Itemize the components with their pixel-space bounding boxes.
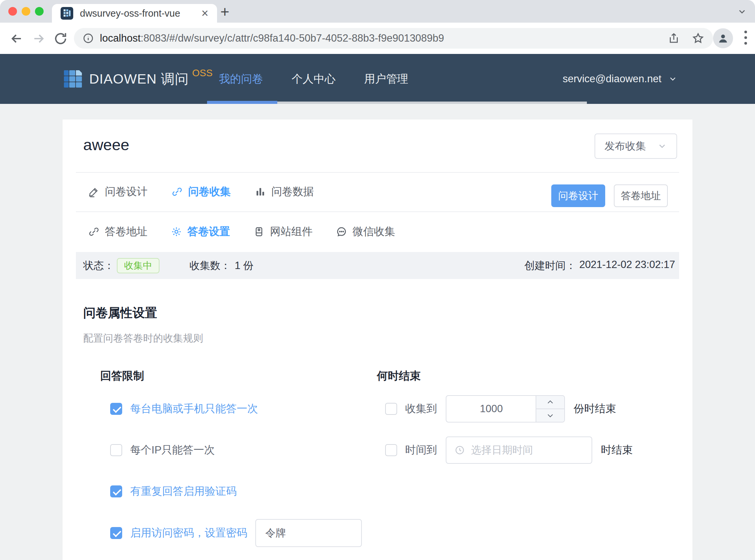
zoom-window-button[interactable] bbox=[35, 7, 44, 16]
datetime-placeholder: 选择日期时间 bbox=[471, 443, 533, 457]
limit-row-password: 启用访问密码，设置密码 bbox=[110, 519, 362, 547]
clock-icon bbox=[454, 445, 465, 456]
section-description: 配置问卷答卷时的收集规则 bbox=[83, 332, 203, 345]
chevron-down-icon bbox=[657, 141, 667, 151]
tab-survey-design[interactable]: 问卷设计 bbox=[88, 184, 147, 199]
subtab-site-widget[interactable]: 网站组件 bbox=[253, 224, 312, 239]
created-label: 创建时间： bbox=[524, 259, 576, 273]
end-rule-quota-row: 收集到 1000 份时结束 bbox=[385, 395, 616, 423]
status-bar: 状态： 收集中 收集数： 1 份 创建时间： 2021-12-02 23:02:… bbox=[76, 252, 679, 279]
account-menu[interactable]: service@diaowen.net bbox=[563, 54, 677, 104]
site-info-icon[interactable] bbox=[83, 33, 94, 44]
chevron-down-icon bbox=[668, 74, 677, 84]
close-tab-icon[interactable]: × bbox=[201, 7, 208, 19]
answer-limit-header: 回答限制 bbox=[100, 368, 144, 383]
nav-item-my-surveys[interactable]: 我的问卷 bbox=[219, 72, 263, 86]
checkbox-label[interactable]: 启用访问密码，设置密码 bbox=[130, 526, 247, 540]
limit-row-ip-once: 每个IP只能答一次 bbox=[110, 436, 215, 464]
tab-search-chevron-icon[interactable] bbox=[737, 7, 747, 17]
survey-card: aweee 发布收集 问卷设计 问卷收集 问卷数据 问卷设计 答卷地址 bbox=[63, 120, 692, 560]
reload-icon[interactable] bbox=[53, 31, 68, 46]
subtab-answer-settings[interactable]: 答卷设置 bbox=[171, 224, 230, 239]
collect-subtabs: 答卷地址 答卷设置 网站组件 微信收集 bbox=[63, 212, 692, 252]
brand-badge: OSS bbox=[192, 67, 212, 79]
stepper-up-icon[interactable] bbox=[536, 396, 564, 409]
url-text: localhost:8083/#/dw/survey/c/attr/c98fa1… bbox=[100, 32, 444, 44]
bookmark-star-icon[interactable] bbox=[692, 32, 705, 45]
link-icon bbox=[88, 226, 100, 237]
app-logo[interactable]: DIAOWEN 调问 OSS bbox=[63, 54, 213, 104]
checkbox-label[interactable]: 有重复回答启用验证码 bbox=[130, 484, 237, 499]
end-rules-header: 何时结束 bbox=[377, 368, 421, 383]
stepper-down-icon[interactable] bbox=[536, 409, 564, 422]
checkbox-label[interactable]: 时间到 bbox=[405, 443, 437, 457]
address-bar[interactable]: localhost:8083/#/dw/survey/c/attr/c98fa1… bbox=[74, 28, 713, 48]
created-value: 2021-12-02 23:02:17 bbox=[579, 259, 675, 273]
edit-icon bbox=[88, 186, 100, 197]
tab-title: dwsurvey-oss-front-vue bbox=[80, 8, 201, 19]
checkbox-access-password[interactable] bbox=[110, 527, 122, 539]
quota-suffix: 份时结束 bbox=[574, 401, 616, 416]
answer-url-button[interactable]: 答卷地址 bbox=[614, 184, 668, 207]
diaowen-logo-icon bbox=[63, 68, 83, 89]
created-time: 创建时间： 2021-12-02 23:02:17 bbox=[524, 259, 675, 273]
brand-name: DIAOWEN 调问 bbox=[89, 70, 189, 88]
checkbox-deadline-end[interactable] bbox=[385, 444, 397, 456]
nav-item-user-management[interactable]: 用户管理 bbox=[364, 72, 408, 86]
checkbox-quota-end[interactable] bbox=[385, 403, 397, 415]
url-path: :8083/#/dw/survey/c/attr/c98fa140-50b7-4… bbox=[141, 32, 444, 44]
browser-tab[interactable]: dwsurvey-oss-front-vue × bbox=[52, 4, 217, 23]
publish-collect-label: 发布收集 bbox=[605, 139, 646, 153]
publish-collect-select[interactable]: 发布收集 bbox=[595, 134, 677, 159]
survey-title: aweee bbox=[83, 136, 129, 154]
checkbox-label[interactable]: 每个IP只能答一次 bbox=[130, 443, 215, 457]
back-icon[interactable] bbox=[9, 31, 24, 46]
limit-row-captcha: 有重复回答启用验证码 bbox=[110, 477, 237, 505]
quota-number-input[interactable]: 1000 bbox=[446, 395, 565, 422]
new-tab-button[interactable]: + bbox=[220, 3, 229, 21]
deadline-datetime-picker[interactable]: 选择日期时间 bbox=[446, 437, 592, 464]
active-nav-underline bbox=[207, 101, 277, 104]
checkbox-ip-once[interactable] bbox=[110, 444, 122, 456]
number-stepper bbox=[536, 396, 564, 422]
favicon bbox=[61, 7, 73, 20]
quota-value[interactable]: 1000 bbox=[446, 396, 536, 422]
deadline-suffix: 时结束 bbox=[601, 443, 633, 457]
main-nav: 我的问卷 个人中心 用户管理 bbox=[219, 54, 408, 104]
nav-scrollbar[interactable] bbox=[277, 102, 587, 104]
share-icon[interactable] bbox=[668, 32, 680, 44]
status-badge: 收集中 bbox=[117, 258, 160, 273]
close-window-button[interactable] bbox=[8, 7, 17, 16]
tab-survey-collect[interactable]: 问卷收集 bbox=[171, 184, 231, 199]
checkbox-label[interactable]: 收集到 bbox=[405, 401, 437, 416]
link-icon bbox=[171, 186, 183, 197]
url-host: localhost bbox=[100, 32, 141, 44]
browser-toolbar: localhost:8083/#/dw/survey/c/attr/c98fa1… bbox=[0, 23, 755, 54]
app-header: DIAOWEN 调问 OSS 我的问卷 个人中心 用户管理 service@di… bbox=[0, 54, 755, 104]
access-password-input[interactable] bbox=[255, 519, 362, 547]
tab-survey-data[interactable]: 问卷数据 bbox=[255, 184, 314, 199]
count-value: 1 份 bbox=[235, 259, 254, 273]
checkbox-captcha[interactable] bbox=[110, 485, 122, 497]
account-email: service@diaowen.net bbox=[563, 73, 661, 85]
browser-tab-strip: dwsurvey-oss-front-vue × + bbox=[0, 0, 755, 23]
checkbox-label[interactable]: 每台电脑或手机只能答一次 bbox=[130, 401, 258, 416]
end-rule-deadline-row: 时间到 选择日期时间 时结束 bbox=[385, 436, 633, 464]
survey-design-button[interactable]: 问卷设计 bbox=[551, 184, 605, 207]
minimize-window-button[interactable] bbox=[22, 7, 30, 16]
browser-window: dwsurvey-oss-front-vue × + localhost:808… bbox=[0, 0, 755, 560]
subtab-answer-url[interactable]: 答卷地址 bbox=[88, 224, 147, 239]
nav-item-profile[interactable]: 个人中心 bbox=[292, 72, 335, 86]
browser-menu-icon[interactable] bbox=[744, 31, 747, 45]
chat-bubble-icon bbox=[336, 226, 347, 237]
gear-icon bbox=[171, 226, 182, 237]
forward-icon[interactable] bbox=[31, 31, 46, 46]
count-label: 收集数： bbox=[189, 259, 231, 273]
section-title: 问卷属性设置 bbox=[83, 305, 157, 321]
bar-chart-icon bbox=[255, 186, 266, 197]
subtab-wechat-collect[interactable]: 微信收集 bbox=[336, 224, 395, 239]
profile-avatar[interactable] bbox=[713, 28, 733, 48]
status-label: 状态： bbox=[83, 259, 114, 273]
checkbox-device-once[interactable] bbox=[110, 403, 122, 415]
limit-row-device-once: 每台电脑或手机只能答一次 bbox=[110, 395, 258, 423]
